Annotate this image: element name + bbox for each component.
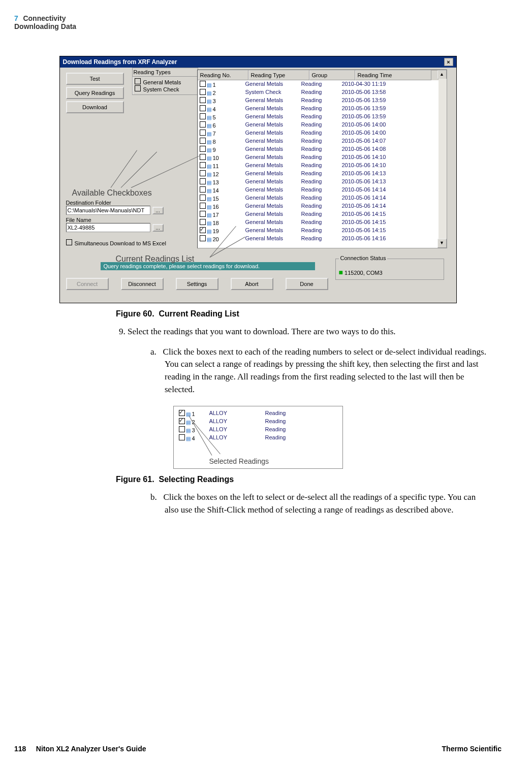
company-name: Thermo Scientific bbox=[442, 745, 502, 753]
connect-button[interactable]: Connect bbox=[66, 278, 109, 290]
figure-61-image: ▤1ALLOYReading▤2ALLOYReading▤3ALLOYReadi… bbox=[173, 406, 343, 469]
dialog-titlebar: Download Readings from XRF Analyzer × bbox=[60, 56, 456, 68]
browse-file-button[interactable]: ... bbox=[152, 224, 164, 232]
reading-types-label: Reading Types bbox=[133, 68, 198, 77]
step-9a: a. Click the boxes next to each of the r… bbox=[150, 346, 486, 396]
section-title: Downloading Data bbox=[14, 22, 76, 30]
doc-title: Niton XL2 Analyzer User's Guide bbox=[36, 745, 146, 753]
table-row[interactable]: ▤20General MetalsReading2010-05-06 14:16 bbox=[198, 235, 447, 243]
table-row[interactable]: ▤5General MetalsReading2010-05-06 13:59 bbox=[198, 113, 447, 121]
step-9: 9. Select the readings that you want to … bbox=[131, 326, 486, 338]
readings-table: Reading No. Reading Type Group Reading T… bbox=[197, 70, 447, 248]
table-row[interactable]: ▤3General MetalsReading2010-05-06 13:59 bbox=[198, 97, 447, 105]
page-number: 118 bbox=[14, 745, 26, 753]
table-row[interactable]: ▤10General MetalsReading2010-05-06 14:10 bbox=[198, 153, 447, 162]
col-reading-type[interactable]: Reading Type bbox=[248, 70, 309, 80]
table-row[interactable]: ▤12General MetalsReading2010-05-06 14:13 bbox=[198, 170, 447, 178]
table-header: Reading No. Reading Type Group Reading T… bbox=[198, 70, 447, 80]
scroll-up-icon[interactable]: ▲ bbox=[437, 70, 447, 79]
file-name-input[interactable]: XL2-49885 bbox=[66, 223, 150, 232]
table-row[interactable]: ▤4General MetalsReading2010-05-06 13:59 bbox=[198, 105, 447, 113]
excel-checkbox-row[interactable]: Simultaneous Download to MS Excel bbox=[66, 239, 188, 246]
dialog-title: Download Readings from XRF Analyzer bbox=[63, 58, 177, 66]
table-row[interactable]: ▤2ALLOYReading bbox=[177, 418, 339, 426]
step-9b: b. Click the boxes on the left to select… bbox=[150, 491, 486, 516]
table-row[interactable]: ▤7General MetalsReading2010-05-06 14:00 bbox=[198, 129, 447, 137]
page-header: 7 Connectivity Downloading Data bbox=[14, 14, 502, 30]
table-row[interactable]: ▤15General MetalsReading2010-05-06 14:14 bbox=[198, 194, 447, 202]
connection-status-label: Connection Status bbox=[339, 255, 388, 261]
download-button[interactable]: Download bbox=[66, 101, 124, 113]
dest-folder-input[interactable]: C:\Manuals\New-Manuals\NDT bbox=[66, 206, 150, 215]
chapter-num: 7 bbox=[14, 14, 18, 22]
table-row[interactable]: ▤11General MetalsReading2010-05-06 14:10 bbox=[198, 162, 447, 170]
disconnect-button[interactable]: Disconnect bbox=[121, 278, 164, 290]
scrollbar[interactable] bbox=[439, 79, 447, 239]
table-row[interactable]: ▤17General MetalsReading2010-05-06 14:15 bbox=[198, 210, 447, 218]
figure-61-caption: Figure 61. Selecting Readings bbox=[116, 475, 502, 484]
table-row[interactable]: ▤13General MetalsReading2010-05-06 14:13 bbox=[198, 178, 447, 186]
abort-button[interactable]: Abort bbox=[231, 278, 273, 290]
browse-folder-button[interactable]: ... bbox=[152, 207, 164, 214]
table-row[interactable]: ▤2System CheckReading2010-05-06 13:58 bbox=[198, 88, 447, 97]
annotation-current-readings: Current Readings List bbox=[116, 254, 195, 264]
col-reading-no[interactable]: Reading No. bbox=[198, 70, 248, 80]
scroll-down-icon[interactable]: ▼ bbox=[437, 239, 447, 248]
table-row[interactable]: ▤8General MetalsReading2010-05-06 14:07 bbox=[198, 137, 447, 145]
table-row[interactable]: ▤9General MetalsReading2010-05-06 14:08 bbox=[198, 145, 447, 153]
annotation-available-checkboxes: Available Checkboxes bbox=[72, 188, 152, 198]
reading-type-checkbox[interactable]: General Metals bbox=[135, 78, 196, 85]
annotation-selected-readings: Selected Readings bbox=[209, 457, 269, 465]
table-row[interactable]: ▤3ALLOYReading bbox=[177, 426, 339, 434]
table-row[interactable]: ▤14General MetalsReading2010-05-06 14:14 bbox=[198, 186, 447, 194]
table-row[interactable]: ▤1General MetalsReading2010-04-30 11:19 bbox=[198, 80, 447, 88]
table-row[interactable]: ▤16General MetalsReading2010-05-06 14:14 bbox=[198, 202, 447, 210]
page-footer: 118 Niton XL2 Analyzer User's Guide Ther… bbox=[14, 745, 502, 753]
dialog-bottom-buttons: Connect Disconnect Settings Abort Done bbox=[66, 276, 328, 292]
table-row[interactable]: ▤6General MetalsReading2010-05-06 14:00 bbox=[198, 121, 447, 129]
file-name-label: File Name bbox=[66, 217, 188, 223]
settings-button[interactable]: Settings bbox=[176, 278, 218, 290]
col-group[interactable]: Group bbox=[309, 70, 355, 80]
reading-types-group: Reading Types General Metals System Chec… bbox=[132, 68, 198, 95]
query-readings-button[interactable]: Query Readings bbox=[66, 87, 124, 99]
reading-type-checkbox[interactable]: System Check bbox=[135, 85, 196, 92]
table-row[interactable]: ▤1ALLOYReading bbox=[177, 409, 339, 418]
done-button[interactable]: Done bbox=[286, 278, 328, 290]
download-dialog: Download Readings from XRF Analyzer × Te… bbox=[59, 56, 457, 303]
table-row[interactable]: ▤4ALLOYReading bbox=[177, 434, 339, 442]
connection-status-group: Connection Status ■ 115200, COM3 bbox=[335, 259, 444, 280]
col-reading-time[interactable]: Reading Time bbox=[355, 70, 431, 80]
table-row[interactable]: ▤18General MetalsReading2010-05-06 14:15 bbox=[198, 218, 447, 227]
dest-folder-label: Destination Folder bbox=[66, 200, 188, 206]
test-button[interactable]: Test bbox=[66, 73, 124, 85]
chapter-title: Connectivity bbox=[23, 14, 66, 22]
connection-value: 115200, COM3 bbox=[345, 270, 383, 276]
close-icon[interactable]: × bbox=[444, 58, 453, 66]
figure-60-caption: Figure 60. Current Reading List bbox=[116, 309, 502, 318]
